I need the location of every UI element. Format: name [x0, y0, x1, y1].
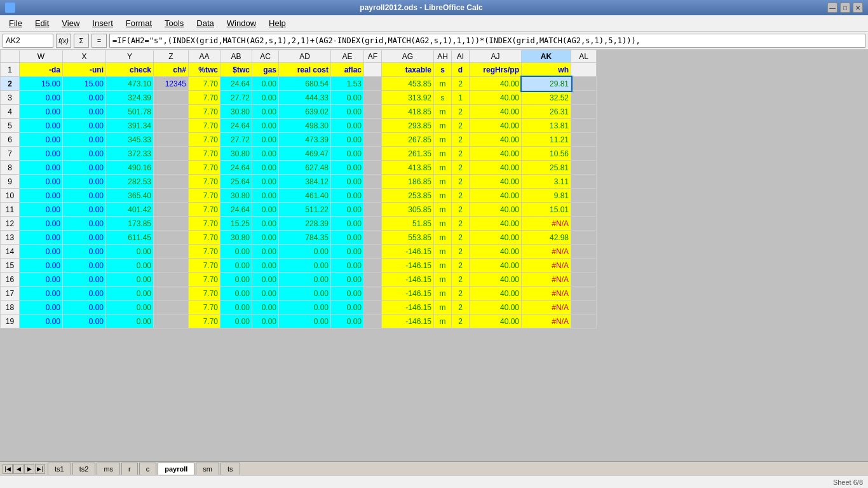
col-header-AG[interactable]: AG — [382, 50, 434, 63]
spreadsheet-area: W X Y Z AA AB AC AD AE AF AG AH AI AJ AK… — [0, 50, 868, 461]
col-header-W[interactable]: W — [20, 50, 63, 63]
table-row: 19 0.00 0.00 0.00 7.70 0.00 0.00 0.00 0.… — [1, 315, 597, 329]
titlebar: payroll2012.ods - LibreOffice Calc — □ ✕ — [0, 0, 868, 15]
col-header-AH[interactable]: AH — [434, 50, 452, 63]
tab-last-button[interactable]: ▶| — [35, 464, 45, 474]
function-wizard-button[interactable]: f(x) — [56, 34, 71, 48]
cell-AF2[interactable] — [364, 77, 382, 91]
cell-reference-box[interactable] — [3, 34, 53, 48]
row-num-7: 7 — [1, 147, 20, 161]
cell-Z1[interactable]: ch# — [154, 63, 189, 77]
tab-prev-button[interactable]: ◀ — [13, 464, 24, 474]
tab-bar: |◀ ◀ ▶ ▶| ts1 ts2 ms r c payroll sm ts — [0, 461, 868, 475]
col-header-AC[interactable]: AC — [252, 50, 279, 63]
col-header-AF[interactable]: AF — [364, 50, 382, 63]
cell-Z2[interactable]: 12345 — [154, 77, 189, 91]
menu-window[interactable]: Window — [220, 17, 262, 29]
row-1: 1 -da -uni check ch# %twc $twc gas real … — [1, 63, 597, 77]
cell-AD2[interactable]: 680.54 — [279, 77, 331, 91]
cell-AB1[interactable]: $twc — [220, 63, 252, 77]
col-header-X[interactable]: X — [63, 50, 106, 63]
cell-Y2[interactable]: 473.10 — [106, 77, 154, 91]
col-header-AK[interactable]: AK — [522, 50, 571, 63]
formula-equal-button[interactable]: = — [92, 34, 107, 48]
maximize-button[interactable]: □ — [840, 3, 850, 13]
row-num-9: 9 — [1, 175, 20, 189]
col-header-AL[interactable]: AL — [571, 50, 597, 63]
col-header-Y[interactable]: Y — [106, 50, 154, 63]
menu-format[interactable]: Format — [119, 17, 158, 29]
cell-AD1[interactable]: real cost — [279, 63, 331, 77]
col-header-AA[interactable]: AA — [189, 50, 220, 63]
cell-AA2[interactable]: 7.70 — [189, 77, 220, 91]
cell-AC1[interactable]: gas — [252, 63, 279, 77]
row-num-3: 3 — [1, 91, 20, 105]
cell-AL1[interactable] — [571, 63, 597, 77]
sheet-tab-c[interactable]: c — [139, 463, 157, 475]
cell-X2[interactable]: 15.00 — [63, 77, 106, 91]
cell-AF1[interactable] — [364, 63, 382, 77]
cell-AL2[interactable] — [571, 77, 597, 91]
menu-tools[interactable]: Tools — [158, 17, 190, 29]
cell-W2[interactable]: 15.00 — [20, 77, 63, 91]
cell-AJ1[interactable]: regHrs/pp — [470, 63, 522, 77]
row-num-19: 19 — [1, 315, 20, 329]
row-num-16: 16 — [1, 273, 20, 287]
cell-W1[interactable]: -da — [20, 63, 63, 77]
table-row: 9 0.00 0.00 282.53 7.70 25.64 0.00 384.1… — [1, 175, 597, 189]
cell-AC2[interactable]: 0.00 — [252, 77, 279, 91]
tab-first-button[interactable]: |◀ — [3, 464, 13, 474]
cell-AH1[interactable]: s — [434, 63, 452, 77]
window-title: payroll2012.ods - LibreOffice Calc — [15, 3, 827, 12]
cell-AH2[interactable]: m — [434, 77, 452, 91]
sheet-tab-ts[interactable]: ts — [220, 463, 240, 475]
statusbar: Sheet 6/8 — [0, 475, 868, 488]
menu-view[interactable]: View — [55, 17, 86, 29]
cell-X1[interactable]: -uni — [63, 63, 106, 77]
tab-next-button[interactable]: ▶ — [24, 464, 34, 474]
sheet-tab-sm[interactable]: sm — [196, 463, 219, 475]
menu-edit[interactable]: Edit — [29, 17, 55, 29]
cell-AJ2[interactable]: 40.00 — [470, 77, 522, 91]
close-button[interactable]: ✕ — [853, 3, 863, 13]
sum-button[interactable]: Σ — [74, 34, 89, 48]
col-header-AD[interactable]: AD — [279, 50, 331, 63]
sheet-tab-ts1[interactable]: ts1 — [48, 463, 71, 475]
cell-AB2[interactable]: 24.64 — [220, 77, 252, 91]
menu-data[interactable]: Data — [190, 17, 220, 29]
cell-AA1[interactable]: %twc — [189, 63, 220, 77]
sheet-tab-ts2[interactable]: ts2 — [72, 463, 96, 475]
col-header-AE[interactable]: AE — [331, 50, 364, 63]
table-row: 14 0.00 0.00 0.00 7.70 0.00 0.00 0.00 0.… — [1, 245, 597, 259]
column-headers: W X Y Z AA AB AC AD AE AF AG AH AI AJ AK… — [1, 50, 597, 63]
col-header-AI[interactable]: AI — [452, 50, 470, 63]
cell-AE2[interactable]: 1.53 — [331, 77, 364, 91]
cell-AI2[interactable]: 2 — [452, 77, 470, 91]
menu-help[interactable]: Help — [262, 17, 292, 29]
table-row: 4 0.00 0.00 501.78 7.70 30.80 0.00 639.0… — [1, 105, 597, 119]
menu-insert[interactable]: Insert — [86, 17, 119, 29]
minimize-button[interactable]: — — [827, 3, 837, 13]
row-num-8: 8 — [1, 161, 20, 175]
table-row: 17 0.00 0.00 0.00 7.70 0.00 0.00 0.00 0.… — [1, 287, 597, 301]
row-num-18: 18 — [1, 301, 20, 315]
col-header-AB[interactable]: AB — [220, 50, 252, 63]
cell-AI1[interactable]: d — [452, 63, 470, 77]
table-row: 2 15.00 15.00 473.10 12345 7.70 24.64 0.… — [1, 77, 597, 91]
cell-AE1[interactable]: aflac — [331, 63, 364, 77]
sheet-tab-payroll[interactable]: payroll — [158, 463, 194, 475]
sheet-tab-ms[interactable]: ms — [97, 463, 120, 475]
cell-AK2[interactable]: 29.81 — [522, 77, 571, 91]
col-header-Z[interactable]: Z — [154, 50, 189, 63]
cell-AG2[interactable]: 453.85 — [382, 77, 434, 91]
cell-AK1[interactable]: wh — [522, 63, 571, 77]
cell-AG1[interactable]: taxable — [382, 63, 434, 77]
table-row: 10 0.00 0.00 365.40 7.70 30.80 0.00 461.… — [1, 189, 597, 203]
table-row: 15 0.00 0.00 0.00 7.70 0.00 0.00 0.00 0.… — [1, 259, 597, 273]
cell-Y1[interactable]: check — [106, 63, 154, 77]
table-row: 3 0.00 0.00 324.39 7.70 27.72 0.00 444.3… — [1, 91, 597, 105]
col-header-AJ[interactable]: AJ — [470, 50, 522, 63]
formula-input[interactable] — [109, 34, 865, 48]
sheet-tab-r[interactable]: r — [121, 463, 138, 475]
menu-file[interactable]: File — [3, 17, 29, 29]
